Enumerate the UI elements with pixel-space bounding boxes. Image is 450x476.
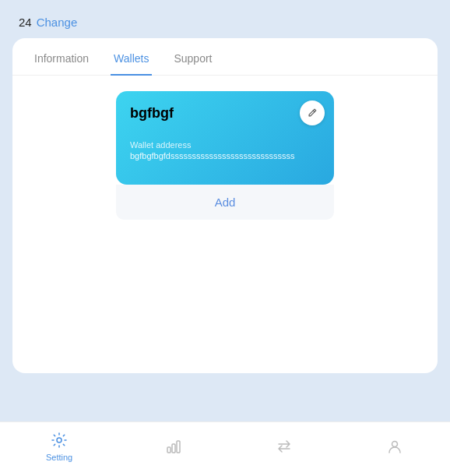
chart-icon: [164, 437, 183, 456]
nav-item-chart[interactable]: [152, 432, 195, 460]
nav-setting-label: Setting: [46, 453, 72, 462]
wallet-address-label: Wallet adderess: [130, 140, 320, 150]
pencil-icon: [307, 108, 318, 118]
card-area: Information Wallets Support bgfbgf Walle…: [12, 38, 438, 373]
add-wallet-button[interactable]: Add: [116, 185, 334, 220]
tab-information[interactable]: Information: [31, 38, 92, 76]
change-link[interactable]: Change: [37, 16, 78, 29]
profile-icon: [385, 437, 404, 456]
tab-support[interactable]: Support: [171, 38, 215, 76]
svg-rect-3: [177, 441, 180, 453]
bottom-nav: Setting: [0, 421, 450, 476]
edit-wallet-button[interactable]: [300, 100, 325, 125]
main-container: 24 Change Information Wallets Support bg…: [0, 0, 450, 476]
add-label: Add: [215, 196, 236, 209]
nav-item-transfer[interactable]: [262, 432, 306, 460]
wallet-card: bgfbgf Wallet adderess bgfbgfbgfdsssssss…: [116, 91, 334, 185]
svg-point-4: [392, 441, 398, 446]
wallet-address-value: bgfbgfbgfdsssssssssssssssssssssssssssss: [130, 151, 320, 160]
svg-rect-2: [172, 444, 175, 453]
nav-item-profile[interactable]: [373, 432, 417, 460]
svg-point-0: [57, 438, 62, 443]
tabs-bar: Information Wallets Support: [12, 38, 438, 76]
tab-wallets[interactable]: Wallets: [111, 38, 152, 76]
gear-icon: [50, 431, 69, 450]
wallet-name: bgfbgf: [130, 105, 320, 122]
transfer-icon: [275, 437, 294, 456]
nav-item-setting[interactable]: Setting: [33, 426, 85, 467]
tab-content: bgfbgf Wallet adderess bgfbgfbgfdsssssss…: [12, 76, 438, 235]
header-number: 24: [19, 16, 32, 29]
header: 24 Change: [0, 0, 450, 29]
svg-rect-1: [167, 447, 171, 453]
